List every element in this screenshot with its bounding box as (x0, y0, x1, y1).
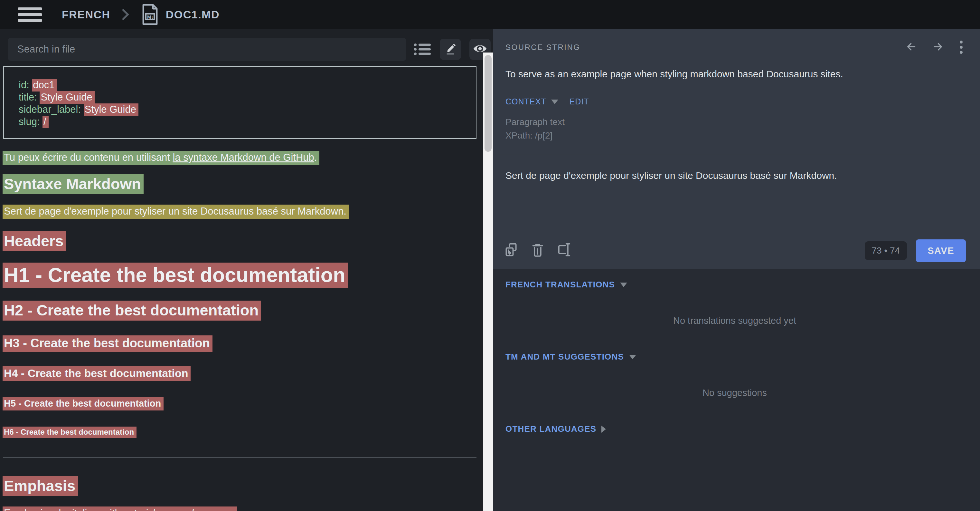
clear-translation-button[interactable] (532, 242, 543, 259)
top-bar: FRENCH M↓ DOC1.MD (0, 0, 980, 29)
markdown-file-icon: M↓ (141, 3, 159, 26)
source-string-section: SOURCE STRING (493, 29, 980, 155)
file-toolbar (0, 29, 493, 64)
heading-h6: H6 - Create the best documentation (3, 428, 480, 437)
suggestions-section: FRENCH TRANSLATIONS No translations sugg… (493, 269, 980, 511)
context-xpath: XPath: /p[2] (506, 129, 964, 142)
left-panel-scrollbar (483, 53, 493, 511)
svg-text:M↓: M↓ (147, 14, 154, 20)
translation-panel: SOURCE STRING (493, 29, 980, 511)
breadcrumb-project[interactable]: FRENCH (62, 8, 110, 21)
untranslated-string[interactable]: H3 - Create the best documentation (3, 335, 213, 352)
breadcrumb-file[interactable]: DOC1.MD (166, 8, 220, 21)
scrollbar-thumb[interactable] (485, 55, 492, 152)
italic-run: underscores (177, 508, 232, 511)
select-translation-button[interactable] (557, 242, 571, 259)
arrow-right-icon (932, 41, 943, 54)
text-run: Emphasis, aka italics, with (4, 508, 123, 511)
hamburger-menu-icon[interactable] (18, 5, 42, 25)
copy-source-button[interactable] (504, 242, 518, 259)
selected-string[interactable]: Sert de page d'exemple pour styliser un … (3, 204, 349, 219)
text-run: or (162, 508, 177, 511)
translation-input[interactable]: Sert de page d'exemple pour styliser un … (506, 170, 964, 181)
copy-icon (504, 242, 518, 259)
translated-string[interactable]: Syntaxe Markdown (3, 174, 143, 194)
italic-run: asterisks (123, 508, 162, 511)
edit-context-link[interactable]: EDIT (569, 97, 589, 106)
triangle-down-icon (551, 99, 558, 104)
edit-mode-button[interactable] (440, 39, 461, 60)
heading-h1: H1 - Create the best documentation (3, 263, 480, 286)
context-dropdown[interactable]: CONTEXT (506, 97, 546, 106)
other-languages-header[interactable]: OTHER LANGUAGES (506, 424, 964, 434)
main-split: id: doc1 title: Style Guide sidebar_labe… (0, 29, 980, 511)
text-run: Tu peux écrire du contenu en utilisant (4, 152, 173, 163)
horizontal-rule (3, 457, 476, 458)
frontmatter-key: sidebar_label: (19, 104, 84, 115)
previous-string-button[interactable] (906, 41, 917, 54)
frontmatter-line: id: doc1 (19, 79, 466, 91)
translation-toolbar: 73 • 74 SAVE (493, 233, 980, 269)
heading-h4: H4 - Create the best documentation (3, 367, 480, 380)
section-label: FRENCH TRANSLATIONS (506, 279, 615, 290)
untranslated-string[interactable]: H1 - Create the best documentation (3, 263, 348, 288)
heading-h5: H5 - Create the best documentation (3, 398, 480, 409)
untranslated-string[interactable]: H4 - Create the best documentation (3, 366, 191, 381)
section-label: OTHER LANGUAGES (506, 424, 596, 434)
translation-editor-window: FRENCH M↓ DOC1.MD (0, 0, 980, 511)
source-string-title: SOURCE STRING (506, 43, 581, 52)
next-string-button[interactable] (932, 41, 943, 54)
more-options-kebab-icon[interactable] (958, 41, 964, 54)
text-select-icon (557, 242, 571, 259)
frontmatter-string[interactable]: Style Guide (40, 91, 94, 104)
heading-headers: Headers (3, 232, 480, 250)
frontmatter-string[interactable]: doc1 (32, 79, 57, 91)
source-string-text: To serve as an example page when styling… (506, 69, 964, 80)
frontmatter-line: slug: / (19, 116, 466, 128)
heading-h3: H3 - Create the best documentation (3, 336, 480, 350)
untranslated-string[interactable]: Emphasis, aka italics, with asterisks or… (3, 506, 237, 511)
file-preview-panel: id: doc1 title: Style Guide sidebar_labe… (0, 29, 493, 511)
text-run: . (232, 508, 235, 511)
triangle-down-icon (629, 355, 636, 359)
frontmatter-key: title: (19, 91, 40, 103)
untranslated-string[interactable]: Emphasis (3, 476, 78, 496)
translated-string[interactable]: Tu peux écrire du contenu en utilisant l… (3, 151, 319, 165)
untranslated-string[interactable]: H6 - Create the best documentation (3, 426, 137, 438)
heading-syntaxe-markdown: Syntaxe Markdown (3, 175, 480, 193)
document-preview: id: doc1 title: Style Guide sidebar_labe… (0, 64, 493, 511)
pencil-icon (444, 42, 457, 56)
frontmatter-string[interactable]: Style Guide (84, 104, 138, 116)
chevron-right-icon (121, 8, 130, 21)
tm-empty-state: No suggestions (506, 388, 964, 398)
paragraph: Tu peux écrire du contenu en utilisant l… (3, 152, 480, 163)
untranslated-string[interactable]: H2 - Create the best documentation (3, 300, 261, 321)
heading-h2: H2 - Create the best documentation (3, 301, 480, 319)
section-label: TM AND MT SUGGESTIONS (506, 352, 624, 362)
search-input[interactable] (8, 38, 406, 61)
untranslated-string[interactable]: H5 - Create the best documentation (3, 397, 164, 410)
context-type: Paragraph text (506, 115, 964, 129)
text-run: . (314, 152, 317, 163)
triangle-down-icon (620, 283, 627, 287)
heading-emphasis: Emphasis (3, 477, 480, 495)
frontmatter-block: id: doc1 title: Style Guide sidebar_labe… (3, 66, 476, 139)
french-translations-header[interactable]: FRENCH TRANSLATIONS (506, 279, 964, 290)
paragraph: Emphasis, aka italics, with asterisks or… (3, 508, 480, 511)
arrow-left-icon (906, 41, 917, 54)
translations-empty-state: No translations suggested yet (506, 315, 964, 326)
trash-icon (532, 242, 543, 259)
frontmatter-key: slug: (19, 116, 43, 127)
untranslated-string[interactable]: Headers (3, 232, 66, 251)
triangle-right-icon (601, 426, 606, 433)
character-count-badge: 73 • 74 (865, 241, 907, 260)
tm-mt-suggestions-header[interactable]: TM AND MT SUGGESTIONS (506, 352, 964, 362)
frontmatter-line: sidebar_label: Style Guide (19, 104, 466, 116)
strings-list-icon[interactable] (414, 42, 431, 56)
frontmatter-string[interactable]: / (43, 116, 49, 128)
translation-editor-area: Sert de page d'exemple pour styliser un … (493, 155, 980, 233)
frontmatter-key: id: (19, 79, 32, 91)
inline-link[interactable]: la syntaxe Markdown de GitHub (173, 152, 314, 163)
frontmatter-line: title: Style Guide (19, 91, 466, 104)
save-button[interactable]: SAVE (916, 240, 966, 262)
